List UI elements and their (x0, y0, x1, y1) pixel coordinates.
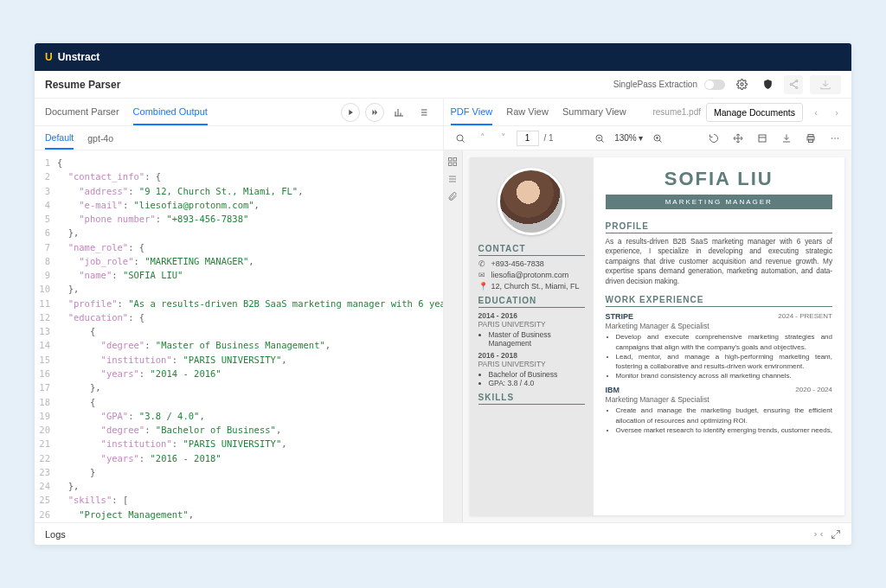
email-icon: ✉ (478, 271, 487, 279)
location-icon: 📍 (478, 282, 487, 291)
left-subtabs: Default gpt-4o (35, 126, 443, 150)
phone-icon: ✆ (478, 259, 487, 268)
pdf-body: CONTACT ✆+893-456-7838 ✉liesofia@protonm… (444, 150, 852, 522)
contact-email: liesofia@protonm.com (491, 271, 569, 279)
run-all-icon[interactable] (365, 103, 384, 122)
app-window: U Unstract Resume Parser SinglePass Extr… (35, 43, 851, 545)
search-icon[interactable] (451, 129, 470, 148)
left-tab-row: Document Parser Combined Output (35, 99, 443, 126)
download-icon[interactable] (777, 129, 796, 148)
logs-bar: Logs (35, 522, 851, 545)
list-icon[interactable] (414, 103, 433, 122)
prev-doc-icon[interactable]: ‹ (808, 105, 824, 120)
page-down-icon[interactable]: ˅ (496, 131, 511, 146)
brand-name: Unstract (58, 51, 100, 63)
svg-rect-14 (449, 158, 453, 162)
play-icon[interactable] (341, 103, 360, 122)
expand-horiz-icon[interactable] (813, 529, 824, 540)
page-input[interactable] (517, 131, 539, 146)
profile-heading: PROFILE (606, 221, 832, 233)
left-tab-actions (341, 103, 433, 122)
skills-heading: SKILLS (478, 393, 585, 405)
avatar (498, 168, 565, 235)
page-title: Resume Parser (45, 79, 120, 91)
pdf-toolbar: ˄ ˅ / 1 130% ▾ (444, 126, 852, 150)
resume-preview: CONTACT ✆+893-456-7838 ✉liesofia@protonm… (470, 157, 845, 515)
rotate-icon[interactable] (704, 129, 723, 148)
svg-point-2 (790, 83, 792, 85)
thumbnails-icon[interactable] (446, 156, 459, 168)
pdf-side-rail (444, 150, 463, 522)
filename-label: resume1.pdf (652, 107, 701, 117)
svg-rect-15 (453, 158, 457, 162)
svg-point-3 (795, 86, 797, 88)
singlepass-toggle[interactable] (704, 80, 725, 90)
education-heading: EDUCATION (478, 296, 585, 308)
brand-logo: U Unstract (45, 51, 100, 63)
header-actions: SinglePass Extraction (613, 75, 841, 94)
shield-icon[interactable] (758, 75, 777, 94)
json-output: 1{2 "contact_info": {3 "address": "9 12,… (35, 150, 443, 522)
right-tab-row: PDF View Raw View Summary View resume1.p… (444, 99, 852, 126)
zoom-level[interactable]: 130% ▾ (614, 133, 643, 143)
attachment-icon[interactable] (446, 190, 459, 202)
svg-point-0 (740, 83, 742, 86)
left-pane: Document Parser Combined Output Default … (35, 99, 444, 522)
svg-point-12 (834, 137, 836, 139)
resume-right-col: SOFIA LIU MARKETING MANAGER PROFILE As a… (594, 157, 844, 515)
svg-point-4 (457, 135, 463, 141)
svg-point-1 (795, 80, 797, 82)
right-pane: PDF View Raw View Summary View resume1.p… (444, 99, 852, 522)
topbar: U Unstract (35, 43, 851, 71)
share-icon[interactable] (784, 75, 803, 94)
svg-rect-16 (449, 163, 453, 166)
resume-name: SOFIA LIU (606, 168, 832, 190)
logs-label[interactable]: Logs (45, 529, 66, 540)
header-bar: Resume Parser SinglePass Extraction (35, 71, 851, 99)
fit-icon[interactable] (753, 129, 772, 148)
svg-point-13 (838, 137, 839, 139)
resume-role: MARKETING MANAGER (606, 195, 832, 209)
zoom-in-icon[interactable] (648, 129, 667, 148)
main-split: Document Parser Combined Output Default … (35, 99, 851, 522)
subtab-gpt4o[interactable]: gpt-4o (87, 128, 113, 149)
page-total: / 1 (544, 133, 554, 143)
settings-icon[interactable] (732, 75, 751, 94)
page-up-icon[interactable]: ˄ (475, 131, 491, 146)
outline-icon[interactable] (446, 173, 459, 185)
tab-summary-view[interactable]: Summary View (562, 99, 626, 125)
expand-diag-icon[interactable] (831, 529, 841, 540)
pan-icon[interactable] (729, 129, 748, 148)
tab-document-parser[interactable]: Document Parser (45, 99, 119, 125)
tab-pdf-view[interactable]: PDF View (451, 99, 493, 125)
more-icon[interactable] (825, 129, 844, 148)
doc-controls: resume1.pdf Manage Documents ‹ › (652, 103, 844, 122)
svg-rect-17 (453, 163, 457, 166)
logo-icon: U (45, 51, 53, 63)
manage-documents-button[interactable]: Manage Documents (706, 103, 803, 122)
svg-point-11 (831, 137, 833, 139)
tab-combined-output[interactable]: Combined Output (133, 99, 208, 125)
stats-icon[interactable] (389, 103, 408, 122)
contact-phone: +893-456-7838 (491, 259, 544, 268)
zoom-out-icon[interactable] (590, 129, 609, 148)
singlepass-toggle-label: SinglePass Extraction (613, 80, 697, 89)
contact-address: 12, Church St., Miami, FL (491, 282, 580, 291)
subtab-default[interactable]: Default (45, 127, 74, 150)
resume-left-col: CONTACT ✆+893-456-7838 ✉liesofia@protonm… (470, 157, 594, 515)
next-doc-icon[interactable]: › (829, 105, 844, 120)
work-heading: WORK EXPERIENCE (606, 295, 832, 307)
profile-text: As a results-driven B2B SaaS marketing m… (606, 237, 832, 286)
svg-rect-7 (759, 135, 766, 142)
export-icon[interactable] (810, 75, 841, 94)
left-tabs: Document Parser Combined Output (45, 99, 208, 125)
tab-raw-view[interactable]: Raw View (506, 99, 549, 125)
print-icon[interactable] (801, 129, 820, 148)
contact-heading: CONTACT (478, 244, 585, 256)
right-tabs: PDF View Raw View Summary View (451, 99, 626, 125)
